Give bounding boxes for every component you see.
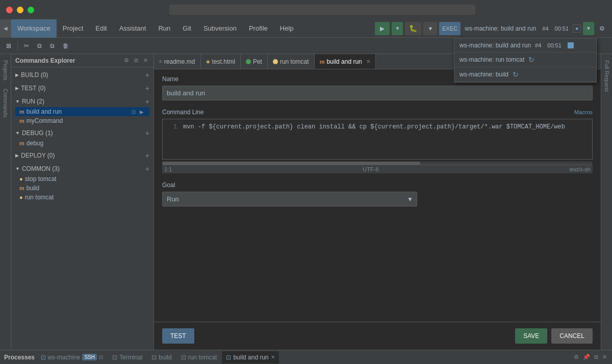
bottom-tab-build-and-run[interactable]: ⊡ build and run ✕ (222, 351, 278, 363)
run-add-icon[interactable]: + (145, 97, 149, 106)
bottom-tab-close-icon[interactable]: ✕ (271, 354, 275, 360)
debug-dropdown-toggle[interactable]: ▼ (423, 22, 437, 35)
menu-git[interactable]: Git (176, 19, 197, 38)
sidebar-commands-icon[interactable]: Commands (1, 87, 11, 119)
sidebar-full-request-icon[interactable]: Full Request (602, 58, 612, 94)
cancel-button[interactable]: CANCEL (551, 328, 593, 344)
deploy-add-icon[interactable]: + (145, 151, 149, 160)
build-add-icon[interactable]: + (145, 71, 149, 79)
section-build-header[interactable]: ▶ BUILD (0) + (15, 69, 149, 81)
test-button[interactable]: TEST (162, 328, 194, 344)
tab-readme[interactable]: ≡ readme.md (154, 54, 201, 69)
toolbar-copy-btn[interactable]: ⧉ (34, 40, 45, 52)
toolbar-cut-btn[interactable]: ✂ (21, 40, 32, 52)
bottom-settings-btn[interactable]: ⚙ (573, 353, 580, 361)
menu-project[interactable]: Project (57, 19, 89, 38)
bottom-close-btn[interactable]: ✕ (601, 353, 608, 361)
commands-explorer-title: Commands Explorer (15, 57, 120, 64)
dropdown-item-1[interactable]: ws-machine: run tomcat ↻ (454, 53, 596, 67)
maximize-dot[interactable] (28, 7, 34, 13)
tab-build-and-run-close[interactable]: ✕ (366, 59, 370, 64)
sidebar-projects-icon[interactable]: Projects (1, 58, 11, 83)
panel-settings-btn[interactable]: ⚙ (122, 56, 131, 65)
menu-profile[interactable]: Profile (243, 19, 274, 38)
menu-workspace[interactable]: Workspace (11, 19, 57, 38)
bottom-tab-ws-machine-label: ⊡ ws-machine (41, 354, 80, 361)
bottom-tab-terminal[interactable]: ⊡ Terminal (108, 351, 146, 363)
bottom-tab-run-tomcat[interactable]: ⊡ run tomcat (177, 351, 221, 363)
run-dropdown-toggle[interactable]: ▼ (392, 22, 403, 35)
run-number: #4 (540, 25, 550, 32)
menu-assistant[interactable]: Assistant (113, 19, 152, 38)
goal-group: Goal RunBuildTestDeployDebug ▼ (162, 181, 593, 206)
bottom-maximize-btn[interactable]: ⧉ (593, 353, 599, 361)
nav-back-icon[interactable]: ◀ (0, 19, 11, 38)
panel-sync-btn[interactable]: ⧉ (133, 56, 140, 65)
settings-icon[interactable]: ⚙ (596, 22, 608, 35)
run-config-name: ws-machine: build and run (463, 25, 538, 32)
tree-item-stop-tomcat[interactable]: ● stop tomcat (15, 174, 149, 184)
menu-edit[interactable]: Edit (89, 19, 113, 38)
dropdown-item-2[interactable]: ws-machine: build ↻ (454, 67, 596, 82)
dropdown-num-0: #4 (535, 42, 541, 48)
section-run-header[interactable]: ▼ RUN (2) + (15, 96, 149, 107)
tab-build-and-run[interactable]: m build and run ✕ (315, 54, 376, 69)
stop-button[interactable]: ■ (573, 24, 581, 33)
panel-close-btn[interactable]: ✕ (142, 56, 149, 65)
common-add-icon[interactable]: + (145, 165, 149, 173)
toolbar-home-btn[interactable]: ⊠ (3, 40, 14, 52)
section-test-label: TEST (0) (21, 85, 45, 92)
tree-item-build[interactable]: m build (15, 184, 149, 193)
minimize-dot[interactable] (17, 7, 23, 13)
build-and-run-edit-btn[interactable]: ⊡ (130, 109, 137, 115)
save-button[interactable]: SAVE (515, 328, 547, 344)
macros-link[interactable]: Macros (574, 109, 593, 115)
menu-run[interactable]: Run (152, 19, 176, 38)
ws-icon: ⊡ (41, 354, 46, 361)
toolbar-delete-btn[interactable]: 🗑 (60, 40, 72, 52)
tab-run-tomcat[interactable]: run tomcat (268, 54, 315, 69)
section-build: ▶ BUILD (0) + (11, 68, 154, 82)
build-and-run-tab-icon: m (320, 59, 325, 65)
toolbar-paste-btn[interactable]: ⧉ (47, 40, 58, 52)
processes-title: Processes (4, 354, 35, 361)
editor-area: ≡ readme.md ◈ test.html Pet run tomcat m… (154, 54, 601, 350)
menu-subversion[interactable]: Subversion (197, 19, 243, 38)
tab-test-html[interactable]: ◈ test.html (201, 54, 241, 69)
goal-select[interactable]: RunBuildTestDeployDebug (162, 192, 417, 206)
code-editor[interactable]: 1 mvn -f ${current.project.path} clean i… (162, 119, 593, 160)
config-dropdown-toggle[interactable]: ▼ (583, 22, 594, 35)
run-tomcat-tab-icon: ⊡ (181, 354, 186, 361)
dropdown-item-name-0: ws-machine: build and run (460, 42, 531, 49)
close-dot[interactable] (6, 7, 13, 13)
commands-explorer-header: Commands Explorer ⚙ ⧉ ✕ (11, 54, 154, 67)
bottom-pin-btn[interactable]: 📌 (582, 353, 591, 361)
section-deploy-header[interactable]: ▶ DEPLOY (0) + (15, 150, 149, 161)
code-position: 1:1 (164, 166, 172, 172)
bottom-tab-ws-machine[interactable]: ⊡ ws-machine SSH ⊡ (37, 351, 107, 363)
run-tomcat-label: run tomcat (25, 194, 54, 201)
tree-item-run-tomcat[interactable]: ● run tomcat (15, 193, 149, 202)
stop-tomcat-label: stop tomcat (25, 175, 57, 183)
section-common: ▼ COMMON (3) + ● stop tomcat m build ● r… (11, 162, 154, 203)
tree-item-debug[interactable]: m debug (15, 139, 149, 148)
debug-add-icon[interactable]: + (145, 129, 149, 137)
name-input[interactable] (162, 86, 593, 100)
pet-dot-icon (246, 59, 251, 64)
section-test-header[interactable]: ▶ TEST (0) + (15, 83, 149, 94)
section-debug-header[interactable]: ▼ DEBUG (1) + (15, 127, 149, 139)
tree-item-mycommand[interactable]: m myCommand (15, 116, 149, 125)
menu-help[interactable]: Help (274, 19, 300, 38)
file-tree-panel: Commands Explorer ⚙ ⧉ ✕ ▶ BUILD (0) + ▶ … (11, 54, 154, 350)
run-button[interactable]: ▶ (375, 22, 390, 35)
bottom-tab-build[interactable]: ⊡ build (147, 351, 175, 363)
dropdown-item-0[interactable]: ws-machine: build and run #4 00:51 (454, 39, 596, 53)
tab-pet[interactable]: Pet (241, 54, 268, 69)
address-bar[interactable] (169, 5, 475, 15)
test-add-icon[interactable]: + (145, 84, 149, 92)
section-common-header[interactable]: ▼ COMMON (3) + (15, 163, 149, 174)
tree-item-build-and-run[interactable]: m build and run ⊡ ▶ (15, 107, 149, 116)
build-and-run-run-btn[interactable]: ▶ (138, 109, 145, 115)
debug-button[interactable]: 🐛 (405, 22, 421, 35)
bottom-tabs: ⊡ ws-machine SSH ⊡ ⊡ Terminal ⊡ build ⊡ … (37, 351, 571, 363)
